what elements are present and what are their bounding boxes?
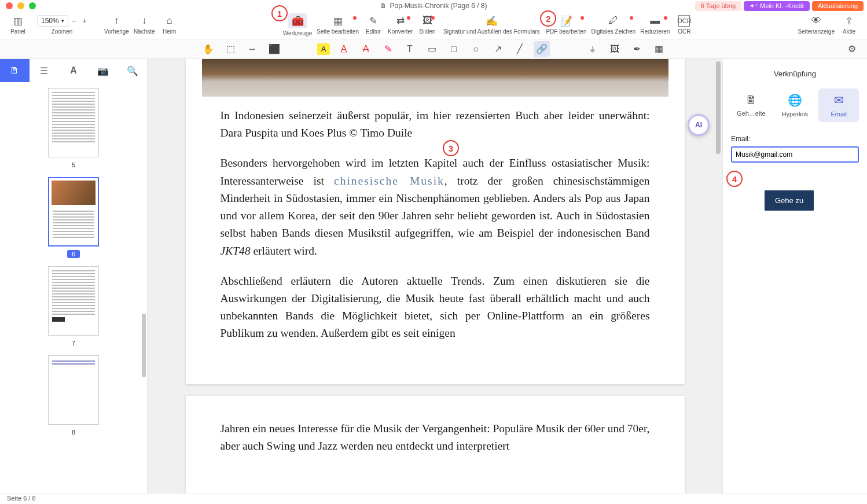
underline-tool[interactable]: A <box>336 41 352 57</box>
email-input[interactable] <box>731 146 859 163</box>
redact-button[interactable]: ▬ Reduzieren <box>638 15 672 35</box>
images-label: Bilden <box>420 28 436 35</box>
status-bar: Seite 6 / 8 <box>0 493 867 504</box>
document-scrollbar[interactable] <box>716 61 721 154</box>
note-tool[interactable]: ▭ <box>424 41 440 57</box>
thumbnail-page-7[interactable]: 7 <box>48 266 99 347</box>
page-edit-button[interactable]: ▦ Seite bearbeiten <box>314 15 361 35</box>
document-area[interactable]: AI 3 In Indonesien seinerzeit äußerst po… <box>148 59 722 493</box>
zoom-label: Zoomen <box>52 28 73 35</box>
link-type-tabs: 🗎 Geh…eite 🌐 Hyperlink ✉ Email <box>731 89 859 122</box>
thumb-label-6: 6 <box>67 250 80 258</box>
next-page-button[interactable]: ↓ Nächste <box>131 15 157 35</box>
panel-toggle[interactable]: ▥ Panel <box>6 15 30 35</box>
email-field-label: Email: <box>731 135 859 143</box>
page-display-button[interactable]: 👁 Seitenanzeige <box>796 15 837 35</box>
edit-icon: ✎ <box>368 15 379 27</box>
sign-tool[interactable]: ✒ <box>629 41 645 57</box>
thumbnails-scrollbar[interactable] <box>142 314 146 377</box>
search-tab[interactable]: 🔍 <box>117 59 147 82</box>
images-button[interactable]: 🖼 Bilden <box>415 15 439 35</box>
main-toolbar: ▥ Panel 150% ▾ − + Zoomen ↑ Vorherige ↓ … <box>0 11 867 39</box>
camera-tab[interactable]: 📷 <box>88 59 117 82</box>
thumbnails-tab[interactable]: 🗎 <box>0 59 30 82</box>
pdf-edit-button[interactable]: 2 📝 PDF bearbeiten <box>543 15 589 35</box>
snapshot-tool[interactable]: ⬛ <box>266 41 282 57</box>
arrow-down-icon: ↓ <box>138 15 150 27</box>
zoom-out-button[interactable]: − <box>72 16 76 25</box>
hand-tool[interactable]: ✋ <box>200 41 216 57</box>
zoom-selector[interactable]: 150% ▾ <box>37 15 68 27</box>
maximize-window-button[interactable] <box>29 2 36 9</box>
trial-badge[interactable]: 6 Tage übrig <box>695 1 741 11</box>
right-panel: Verknüpfung 🗎 Geh…eite 🌐 Hyperlink ✉ Ema… <box>722 59 867 493</box>
thumb-label-8: 8 <box>67 428 80 436</box>
window-header: 🗎 Pop-Musik-Chronik (Page 6 / 8) 6 Tage … <box>0 0 867 11</box>
converter-button[interactable]: ⇄ Konverter <box>385 15 415 35</box>
update-badge[interactable]: Aktualisierung <box>812 1 864 11</box>
image-icon: 🖼 <box>421 15 433 27</box>
link-tab-hyperlink-label: Hyperlink <box>782 111 809 117</box>
link-tab-email[interactable]: ✉ Email <box>818 89 859 122</box>
close-window-button[interactable] <box>6 2 13 9</box>
stamp-tool[interactable]: ⏚ <box>585 41 601 57</box>
ocr-icon: OCR <box>678 15 690 27</box>
link-tab-email-label: Email <box>831 111 847 117</box>
line-tool[interactable]: ╱ <box>512 41 528 57</box>
minimize-window-button[interactable] <box>17 2 24 9</box>
select-tool[interactable]: ⬚ <box>222 41 238 57</box>
thumb-label-7: 7 <box>67 339 80 347</box>
tools-label: Werkzeuge <box>283 30 312 36</box>
thumbnail-page-5[interactable]: 5 <box>48 88 99 169</box>
thumbnail-page-8[interactable]: 8 <box>48 355 99 436</box>
page-icon: 🗎 <box>745 93 757 106</box>
freehand-tool[interactable]: ✎ <box>380 41 396 57</box>
go-to-button[interactable]: Gehe zu <box>765 190 814 211</box>
rectangle-tool[interactable]: □ <box>446 41 462 57</box>
circle-tool[interactable]: ○ <box>468 41 484 57</box>
zoom-in-button[interactable]: + <box>82 16 87 25</box>
window-title: 🗎 Pop-Musik-Chronik (Page 6 / 8) <box>380 2 487 10</box>
tools-button[interactable]: 1 🧰 Werkzeuge <box>281 13 314 36</box>
home-button[interactable]: ⌂ Heim <box>157 15 182 35</box>
image-caption: In Indonesien seinerzeit äußerst populär… <box>221 107 650 142</box>
thumbnail-page-6[interactable]: 6 <box>48 177 99 258</box>
digital-sign-button[interactable]: 🖊 Digitales Zeichen <box>589 15 638 35</box>
settings-gear[interactable]: ⚙ <box>844 41 860 57</box>
prev-page-button[interactable]: ↑ Vorherige <box>102 15 131 35</box>
page-edit-label: Seite bearbeiten <box>317 28 359 35</box>
fit-width-tool[interactable]: ↔ <box>244 41 260 57</box>
callout-4: 4 <box>726 171 743 187</box>
pen-icon: 🖊 <box>608 15 619 27</box>
chevron-down-icon: ▾ <box>61 18 64 24</box>
link-tab-hyperlink[interactable]: 🌐 Hyperlink <box>775 89 815 122</box>
ocr-button[interactable]: OCR OCR <box>672 15 696 35</box>
strikethrough-tool[interactable]: A <box>358 41 374 57</box>
thumbnails-list[interactable]: 5 6 7 8 <box>0 82 147 493</box>
eye-icon: 👁 <box>810 15 822 27</box>
share-button[interactable]: ⇪ Aktie <box>837 15 861 35</box>
link-tab-page[interactable]: 🗎 Geh…eite <box>731 89 772 122</box>
arrow-up-icon: ↑ <box>111 15 122 27</box>
share-icon: ⇪ <box>843 15 855 27</box>
document-text: In Indonesien seinerzeit äußerst populär… <box>221 107 650 343</box>
document-page-7: Jahren ein neues Interesse für die Musik… <box>186 396 685 493</box>
ocr-label: OCR <box>678 28 690 35</box>
highlight-tool[interactable]: A <box>317 43 330 55</box>
paragraph-3: Abschließend erläutern die Autoren aktue… <box>221 273 650 343</box>
link-tool[interactable]: 🔗 <box>534 41 550 57</box>
outline-tab[interactable]: ☰ <box>30 59 59 82</box>
insert-image-tool[interactable]: 🖼 <box>607 41 623 57</box>
toolbox-icon: 🧰 <box>292 15 303 27</box>
text-link-chinesische-musik[interactable]: chinesische Musik <box>334 175 444 187</box>
table-tool[interactable]: ▦ <box>651 41 667 57</box>
editor-button[interactable]: ✎ Editor <box>361 15 385 35</box>
ai-credit-badge[interactable]: ✦⁺ Mein KI. -Kredit <box>744 1 810 11</box>
text-tool[interactable]: T <box>402 41 418 57</box>
arrow-tool[interactable]: ↗ <box>490 41 506 57</box>
annotations-tab[interactable]: A <box>59 59 89 82</box>
sign-fill-button[interactable]: ✍ Signatur und Ausfüllen des Formulars <box>439 15 543 35</box>
document-page-6: In Indonesien seinerzeit äußerst populär… <box>186 59 685 384</box>
ai-assistant-button[interactable]: AI <box>688 114 710 136</box>
right-panel-title: Verknüpfung <box>731 69 859 78</box>
